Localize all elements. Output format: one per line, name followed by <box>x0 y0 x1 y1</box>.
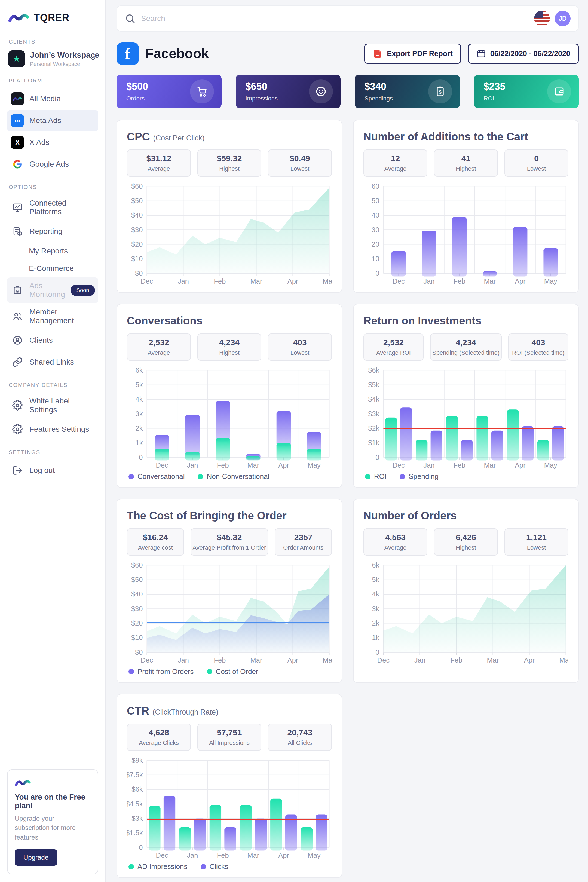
sidebar-item-label: All Media <box>29 94 61 103</box>
chart-card-roi: Return on Investments2,532Average ROI4,2… <box>353 304 579 488</box>
sidebar-item-all-media[interactable]: All Media <box>7 88 98 110</box>
workspace-selector[interactable]: ★ John’s Workspace Personal Workspace <box>7 49 98 68</box>
workspace-icon: ★ <box>8 50 25 67</box>
section-label: SETTINGS <box>9 449 97 455</box>
svg-text:Dec: Dec <box>393 461 405 469</box>
svg-text:Jan: Jan <box>423 278 435 285</box>
stat-pill-value: 4,563 <box>366 533 425 542</box>
app-logo: TQRER <box>8 11 97 24</box>
svg-text:$2k: $2k <box>368 424 379 432</box>
svg-text:$0: $0 <box>135 270 142 277</box>
sidebar-item-my-reports[interactable]: My Reports <box>7 243 98 260</box>
svg-text:Mar: Mar <box>250 278 262 285</box>
stat-pill-label: Average <box>366 165 425 172</box>
export-pdf-button[interactable]: Export PDF Report <box>364 44 461 64</box>
svg-text:2k: 2k <box>136 424 143 432</box>
chevron-down-icon[interactable] <box>88 54 97 63</box>
charts-grid: CPC(Cost Per Click)$31.12Average$59.32Hi… <box>117 120 579 878</box>
stat-pill: 403Lowest <box>268 333 332 361</box>
sidebar-item-clients[interactable]: Clients <box>7 330 98 351</box>
svg-text:Feb: Feb <box>453 461 465 469</box>
smiley-icon <box>309 80 333 104</box>
sidebar-nav: PLATFORMAll Media∞Meta AdsXX AdsGoogle A… <box>7 75 98 482</box>
stat-pill: $59.32Highest <box>197 150 261 177</box>
svg-text:Feb: Feb <box>217 851 229 859</box>
stat-pill-label: Order Amounts <box>277 544 330 551</box>
ctr-chart: $9k$7.5k$6k$4.5k$3k$1.5k0DecJanFebMarApr… <box>127 758 332 860</box>
svg-text:Jan: Jan <box>423 461 435 469</box>
facebook-icon: f <box>117 42 139 65</box>
workspace-subtitle: Personal Workspace <box>30 61 84 67</box>
stat-cards-row: $500Orders$650Impressions$340Spendings$$… <box>117 75 579 108</box>
sidebar-item-member-management[interactable]: Member Management <box>7 303 98 329</box>
report-icon <box>11 225 24 238</box>
legend-item: Clicks <box>201 862 228 871</box>
sidebar-item-reporting[interactable]: Reporting <box>7 221 98 242</box>
svg-text:20: 20 <box>372 240 379 248</box>
gear-icon <box>11 423 24 436</box>
chart-subtitle: (ClickThrough Rate) <box>153 708 218 716</box>
stat-pill-label: All Clicks <box>270 740 330 746</box>
svg-text:Dec: Dec <box>393 278 405 285</box>
search-icon <box>124 13 136 24</box>
stat-pill: 4,563Average <box>363 528 428 556</box>
plan-description: Upgrade your subscription for more featu… <box>15 814 91 842</box>
upgrade-button[interactable]: Upgrade <box>15 849 57 866</box>
stat-pill-value: $31.12 <box>129 154 189 163</box>
legend-dot-icon <box>129 864 134 870</box>
stat-pill: 57,751All Impressions <box>197 724 261 751</box>
svg-text:$40: $40 <box>131 211 142 219</box>
sidebar-item-label: Shared Links <box>29 358 74 366</box>
svg-text:30: 30 <box>372 226 379 234</box>
stat-pill-value: 6,426 <box>436 533 496 542</box>
svg-text:$50: $50 <box>131 197 142 204</box>
svg-text:Mar: Mar <box>484 278 496 285</box>
sidebar-item-x-ads[interactable]: XX Ads <box>7 132 98 153</box>
date-range-button[interactable]: 06/22/2020 - 06/22/2020 <box>468 44 579 64</box>
chart-title: Return on Investments <box>363 315 568 327</box>
avatar[interactable]: JD <box>555 10 571 26</box>
sidebar-item-connected-platforms[interactable]: Connected Platforms <box>7 195 98 220</box>
svg-text:May: May <box>323 656 332 664</box>
stat-pill-value: 57,751 <box>200 728 259 737</box>
legend-dot-icon <box>400 474 405 479</box>
topbar: JD <box>117 6 579 32</box>
svg-text:Feb: Feb <box>214 656 226 664</box>
stat-pill-label: Average <box>129 349 189 356</box>
stat-pill: 2,532Average ROI <box>363 333 424 361</box>
sidebar-item-label: White Label Settings <box>29 397 94 414</box>
svg-text:May: May <box>308 851 321 859</box>
svg-text:Dec: Dec <box>156 461 168 469</box>
star-icon: ★ <box>13 55 20 63</box>
sidebar-item-ads-monitoring[interactable]: Ads MonitoringSoon <box>7 278 98 303</box>
svg-text:Jan: Jan <box>187 851 198 859</box>
sidebar-item-e-commerce[interactable]: E-Commerce <box>7 260 98 277</box>
sidebar-item-google-ads[interactable]: Google Ads <box>7 153 98 175</box>
stat-pill-label: Average <box>129 165 189 172</box>
sidebar-item-label: Reporting <box>29 227 62 236</box>
svg-text:0: 0 <box>139 843 142 851</box>
sidebar-item-meta-ads[interactable]: ∞Meta Ads <box>7 110 98 131</box>
stat-pill-value: 2357 <box>277 533 330 542</box>
sidebar-item-label: Connected Platforms <box>29 199 94 216</box>
svg-text:Feb: Feb <box>453 278 465 285</box>
sidebar-item-features-settings[interactable]: Features Settings <box>7 418 98 440</box>
cart-chart: 6050403020100DecJanFebMarAprMay <box>363 183 568 286</box>
sidebar-item-label: Log out <box>29 466 55 475</box>
svg-text:$1.5k: $1.5k <box>127 829 143 837</box>
legend-item: Conversational <box>129 472 184 481</box>
stat-card-orders: $500Orders <box>117 75 222 108</box>
chart-subtitle: (Cost Per Click) <box>153 134 204 142</box>
chart-legend: AD ImpressionsClicks <box>127 862 332 871</box>
svg-text:$30: $30 <box>131 226 142 234</box>
chart-legend: ROISpending <box>363 472 568 481</box>
search-input[interactable] <box>141 14 529 23</box>
sidebar-item-white-label-settings[interactable]: White Label Settings <box>7 393 98 418</box>
sidebar-item-shared-links[interactable]: Shared Links <box>7 351 98 373</box>
svg-text:5k: 5k <box>372 576 380 584</box>
language-flag-icon[interactable] <box>534 10 550 26</box>
stat-card-impressions: $650Impressions <box>236 75 341 108</box>
legend-dot-icon <box>129 474 134 479</box>
stat-pill-value: 12 <box>366 154 425 163</box>
sidebar-item-log-out[interactable]: Log out <box>7 460 98 481</box>
